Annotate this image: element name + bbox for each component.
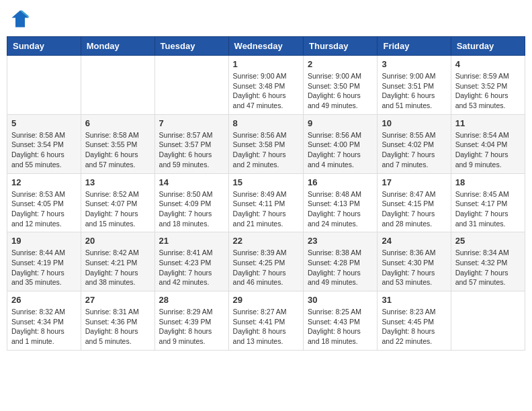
day-info: Sunrise: 8:58 AM Sunset: 3:55 PM Dayligh… <box>85 130 150 170</box>
calendar-cell: 23Sunrise: 8:38 AM Sunset: 4:28 PM Dayli… <box>304 232 378 291</box>
calendar-cell: 3Sunrise: 9:00 AM Sunset: 3:51 PM Daylig… <box>378 56 451 115</box>
calendar-cell: 2Sunrise: 9:00 AM Sunset: 3:50 PM Daylig… <box>304 56 378 115</box>
calendar-cell: 31Sunrise: 8:23 AM Sunset: 4:45 PM Dayli… <box>378 291 451 351</box>
day-info: Sunrise: 8:56 AM Sunset: 4:00 PM Dayligh… <box>308 130 373 170</box>
day-info: Sunrise: 8:34 AM Sunset: 4:32 PM Dayligh… <box>455 248 521 287</box>
calendar-cell: 22Sunrise: 8:39 AM Sunset: 4:25 PM Dayli… <box>228 232 303 291</box>
day-number: 28 <box>159 295 224 305</box>
day-info: Sunrise: 8:57 AM Sunset: 3:57 PM Dayligh… <box>159 130 224 170</box>
calendar-cell <box>154 56 228 115</box>
day-number: 26 <box>11 295 77 305</box>
day-number: 23 <box>308 236 373 246</box>
day-number: 21 <box>159 236 224 246</box>
weekday-header-tuesday: Tuesday <box>154 37 228 56</box>
day-info: Sunrise: 8:52 AM Sunset: 4:07 PM Dayligh… <box>85 189 150 229</box>
day-number: 20 <box>85 236 150 246</box>
calendar-cell <box>451 291 525 351</box>
logo-icon <box>11 9 30 28</box>
calendar-cell: 26Sunrise: 8:32 AM Sunset: 4:34 PM Dayli… <box>7 291 81 351</box>
day-number: 2 <box>308 59 373 69</box>
day-info: Sunrise: 8:48 AM Sunset: 4:13 PM Dayligh… <box>308 189 373 229</box>
day-number: 22 <box>233 236 299 246</box>
day-info: Sunrise: 8:54 AM Sunset: 4:04 PM Dayligh… <box>455 130 521 170</box>
calendar-cell: 27Sunrise: 8:31 AM Sunset: 4:36 PM Dayli… <box>81 291 154 351</box>
weekday-header-monday: Monday <box>81 37 154 56</box>
day-info: Sunrise: 8:45 AM Sunset: 4:17 PM Dayligh… <box>455 189 521 229</box>
calendar-cell: 29Sunrise: 8:27 AM Sunset: 4:41 PM Dayli… <box>228 291 303 351</box>
svg-marker-0 <box>11 10 28 27</box>
week-row-2: 12Sunrise: 8:53 AM Sunset: 4:05 PM Dayli… <box>7 173 525 232</box>
day-info: Sunrise: 8:44 AM Sunset: 4:19 PM Dayligh… <box>11 248 77 287</box>
calendar-cell: 13Sunrise: 8:52 AM Sunset: 4:07 PM Dayli… <box>81 173 154 232</box>
day-info: Sunrise: 8:41 AM Sunset: 4:23 PM Dayligh… <box>159 248 224 287</box>
weekday-header-thursday: Thursday <box>304 37 378 56</box>
calendar-cell: 1Sunrise: 9:00 AM Sunset: 3:48 PM Daylig… <box>228 56 303 115</box>
calendar-cell: 15Sunrise: 8:49 AM Sunset: 4:11 PM Dayli… <box>228 173 303 232</box>
day-info: Sunrise: 8:23 AM Sunset: 4:45 PM Dayligh… <box>382 307 446 347</box>
calendar-cell: 30Sunrise: 8:25 AM Sunset: 4:43 PM Dayli… <box>304 291 378 351</box>
day-info: Sunrise: 8:58 AM Sunset: 3:54 PM Dayligh… <box>11 130 77 170</box>
day-number: 19 <box>11 236 77 246</box>
day-number: 9 <box>308 118 373 128</box>
day-info: Sunrise: 8:55 AM Sunset: 4:02 PM Dayligh… <box>382 130 446 170</box>
day-number: 6 <box>85 118 150 128</box>
day-number: 30 <box>308 295 373 305</box>
day-number: 5 <box>11 118 77 128</box>
calendar-cell: 5Sunrise: 8:58 AM Sunset: 3:54 PM Daylig… <box>7 114 81 173</box>
day-info: Sunrise: 8:27 AM Sunset: 4:41 PM Dayligh… <box>233 307 299 347</box>
day-info: Sunrise: 8:42 AM Sunset: 4:21 PM Dayligh… <box>85 248 150 287</box>
calendar-cell: 4Sunrise: 8:59 AM Sunset: 3:52 PM Daylig… <box>451 56 525 115</box>
day-info: Sunrise: 8:31 AM Sunset: 4:36 PM Dayligh… <box>85 307 150 347</box>
calendar-cell <box>7 56 81 115</box>
day-number: 4 <box>455 59 521 69</box>
calendar-cell: 9Sunrise: 8:56 AM Sunset: 4:00 PM Daylig… <box>304 114 378 173</box>
day-info: Sunrise: 8:25 AM Sunset: 4:43 PM Dayligh… <box>308 307 373 347</box>
day-number: 24 <box>382 236 446 246</box>
page-header <box>7 7 525 31</box>
day-number: 29 <box>233 295 299 305</box>
calendar-cell: 25Sunrise: 8:34 AM Sunset: 4:32 PM Dayli… <box>451 232 525 291</box>
week-row-3: 19Sunrise: 8:44 AM Sunset: 4:19 PM Dayli… <box>7 232 525 291</box>
day-number: 8 <box>233 118 299 128</box>
calendar-cell: 21Sunrise: 8:41 AM Sunset: 4:23 PM Dayli… <box>154 232 228 291</box>
day-number: 7 <box>159 118 224 128</box>
day-info: Sunrise: 9:00 AM Sunset: 3:51 PM Dayligh… <box>382 71 446 111</box>
calendar-cell: 8Sunrise: 8:56 AM Sunset: 3:58 PM Daylig… <box>228 114 303 173</box>
day-info: Sunrise: 8:39 AM Sunset: 4:25 PM Dayligh… <box>233 248 299 287</box>
day-number: 27 <box>85 295 150 305</box>
calendar-cell: 24Sunrise: 8:36 AM Sunset: 4:30 PM Dayli… <box>378 232 451 291</box>
calendar-cell: 16Sunrise: 8:48 AM Sunset: 4:13 PM Dayli… <box>304 173 378 232</box>
day-info: Sunrise: 8:29 AM Sunset: 4:39 PM Dayligh… <box>159 307 224 347</box>
day-number: 12 <box>11 177 77 187</box>
weekday-header-sunday: Sunday <box>7 37 81 56</box>
calendar-cell: 17Sunrise: 8:47 AM Sunset: 4:15 PM Dayli… <box>378 173 451 232</box>
day-number: 10 <box>382 118 446 128</box>
day-info: Sunrise: 8:47 AM Sunset: 4:15 PM Dayligh… <box>382 189 446 229</box>
week-row-0: 1Sunrise: 9:00 AM Sunset: 3:48 PM Daylig… <box>7 56 525 115</box>
weekday-header-friday: Friday <box>378 37 451 56</box>
calendar-cell: 11Sunrise: 8:54 AM Sunset: 4:04 PM Dayli… <box>451 114 525 173</box>
day-info: Sunrise: 8:50 AM Sunset: 4:09 PM Dayligh… <box>159 189 224 229</box>
day-info: Sunrise: 8:56 AM Sunset: 3:58 PM Dayligh… <box>233 130 299 170</box>
day-number: 18 <box>455 177 521 187</box>
calendar-cell: 12Sunrise: 8:53 AM Sunset: 4:05 PM Dayli… <box>7 173 81 232</box>
day-info: Sunrise: 8:38 AM Sunset: 4:28 PM Dayligh… <box>308 248 373 287</box>
weekday-header-row: SundayMondayTuesdayWednesdayThursdayFrid… <box>7 37 525 56</box>
day-info: Sunrise: 8:49 AM Sunset: 4:11 PM Dayligh… <box>233 189 299 229</box>
calendar-cell: 18Sunrise: 8:45 AM Sunset: 4:17 PM Dayli… <box>451 173 525 232</box>
weekday-header-saturday: Saturday <box>451 37 525 56</box>
day-info: Sunrise: 8:53 AM Sunset: 4:05 PM Dayligh… <box>11 189 77 229</box>
day-number: 16 <box>308 177 373 187</box>
calendar-cell: 20Sunrise: 8:42 AM Sunset: 4:21 PM Dayli… <box>81 232 154 291</box>
day-number: 13 <box>85 177 150 187</box>
day-info: Sunrise: 8:59 AM Sunset: 3:52 PM Dayligh… <box>455 71 521 111</box>
day-number: 3 <box>382 59 446 69</box>
weekday-header-wednesday: Wednesday <box>228 37 303 56</box>
week-row-1: 5Sunrise: 8:58 AM Sunset: 3:54 PM Daylig… <box>7 114 525 173</box>
logo <box>11 9 32 28</box>
calendar-cell: 28Sunrise: 8:29 AM Sunset: 4:39 PM Dayli… <box>154 291 228 351</box>
day-info: Sunrise: 9:00 AM Sunset: 3:50 PM Dayligh… <box>308 71 373 111</box>
day-number: 25 <box>455 236 521 246</box>
week-row-4: 26Sunrise: 8:32 AM Sunset: 4:34 PM Dayli… <box>7 291 525 351</box>
day-info: Sunrise: 8:32 AM Sunset: 4:34 PM Dayligh… <box>11 307 77 347</box>
